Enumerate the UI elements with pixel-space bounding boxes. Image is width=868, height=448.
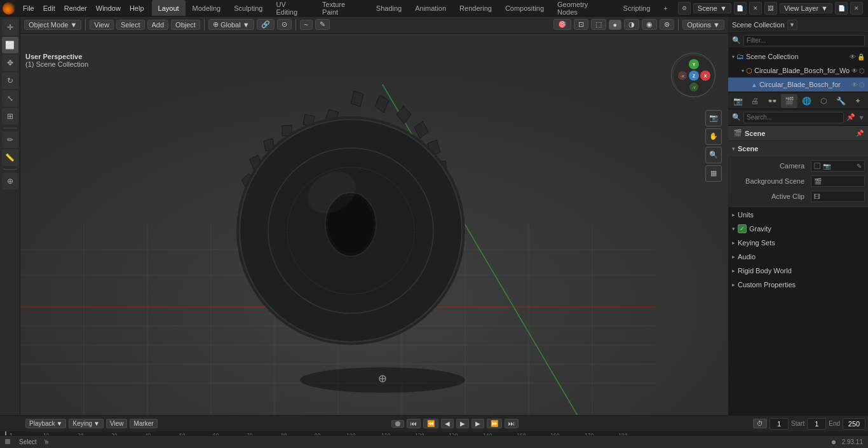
menu-file[interactable]: File [19, 3, 38, 13]
tab-texture-paint[interactable]: Texture Paint [316, 0, 369, 16]
blender-logo-icon[interactable] [3, 2, 15, 15]
add-menu-btn[interactable]: Add [147, 20, 169, 30]
menu-render[interactable]: Render [60, 3, 91, 13]
scale-tool-icon[interactable]: ⤡ [2, 90, 18, 107]
scene-tools-icon[interactable]: 📄 [734, 2, 747, 15]
options-btn[interactable]: Options ▼ [682, 20, 724, 30]
proportional-btn[interactable]: ⊙ [277, 19, 292, 30]
shading-rendered-btn[interactable]: ◉ [642, 19, 657, 30]
jump-end-btn[interactable]: ⏭ [505, 419, 519, 428]
camera-view-btn[interactable]: 📷 [705, 110, 722, 126]
menu-edit[interactable]: Edit [39, 3, 59, 13]
measure-icon[interactable]: 📏 [2, 149, 18, 166]
prev-keyframe-btn[interactable]: ⏪ [423, 419, 438, 428]
prop-tab-modifiers[interactable]: 🔧 [832, 94, 849, 108]
prop-filter-icon[interactable]: ▼ [858, 114, 865, 121]
view-layer-del-icon[interactable]: ✕ [850, 2, 863, 15]
shading-material-btn[interactable]: ◑ [624, 19, 639, 30]
camera-value[interactable]: 📷 ✎ [811, 160, 865, 172]
tab-shading[interactable]: Shading [370, 0, 408, 16]
select-box-icon[interactable]: ⬜ [2, 37, 18, 53]
eye-icon-0[interactable]: 👁 [850, 53, 856, 60]
fps-btn[interactable]: ⏱ [753, 419, 767, 428]
tab-modeling[interactable]: Modeling [186, 0, 227, 16]
scene-header-pin[interactable]: 📌 [856, 130, 864, 137]
marker-btn[interactable]: Marker [130, 419, 157, 428]
nav-gizmo-circle[interactable]: X -X Y -Y Z [671, 53, 715, 97]
scene-properties-header[interactable]: 🎬 Scene 📌 [728, 126, 868, 141]
prop-tab-render[interactable]: 📷 [729, 94, 746, 108]
xray-btn[interactable]: ⬚ [591, 19, 606, 30]
keying-menu-btn[interactable]: Keying ▼ [69, 419, 103, 428]
nav-gizmo[interactable]: X -X Y -Y Z [671, 53, 722, 104]
play-btn[interactable]: ▶ [456, 419, 469, 428]
prop-pin-icon[interactable]: 📌 [846, 113, 855, 121]
cursor-tool-icon[interactable]: ✛ [2, 19, 18, 36]
rotate-tool-icon[interactable]: ↻ [2, 72, 18, 89]
outliner-item-circular-blade[interactable]: ▾ ⬡ Circular_Blade_Bosch_for_Wo 👁 ⬡ [728, 64, 868, 78]
tab-geometry-nodes[interactable]: Geometry Nodes [551, 0, 616, 16]
prop-tab-output[interactable]: 🖨 [747, 94, 763, 108]
lock-icon-0[interactable]: 🔒 [857, 53, 865, 60]
rigid-body-row[interactable]: ▸ Rigid Body World [728, 264, 868, 278]
jump-start-btn[interactable]: ⏮ [407, 419, 421, 428]
snap-btn[interactable]: 🔗 [257, 19, 275, 30]
prop-tab-view[interactable]: 👓 [764, 94, 780, 108]
scene-section-header[interactable]: ▾ Scene [728, 141, 868, 156]
annotate-icon[interactable]: ✏ [2, 132, 18, 148]
tab-layout[interactable]: Layout [152, 0, 186, 16]
add-object-icon[interactable]: ⊕ [2, 173, 18, 189]
tab-scripting[interactable]: Scripting [617, 0, 657, 16]
prev-frame-btn[interactable]: ◀ [441, 419, 454, 428]
next-keyframe-btn[interactable]: ⏩ [487, 419, 502, 428]
scene-icon-btn[interactable]: ⚙ [678, 2, 691, 15]
statistics-btn[interactable]: ~ [300, 20, 313, 30]
gizmo-btn[interactable]: 🎯 [553, 19, 571, 30]
menu-window[interactable]: Window [92, 3, 125, 13]
view-layer-selector[interactable]: View Layer ▼ [780, 3, 832, 13]
eye-icon-2[interactable]: 👁 [851, 81, 858, 88]
end-frame-input[interactable] [843, 418, 865, 430]
eye-icon-1[interactable]: 👁 [851, 67, 858, 74]
start-frame-input[interactable] [807, 418, 826, 430]
tab-rendering[interactable]: Rendering [453, 0, 498, 16]
tab-sculpting[interactable]: Sculpting [227, 0, 269, 16]
keying-sets-row[interactable]: ▸ Keying Sets [728, 236, 868, 250]
tab-compositing[interactable]: Compositing [499, 0, 550, 16]
tab-add[interactable]: + [657, 0, 674, 16]
object-mode-btn[interactable]: Object Mode ▼ [24, 20, 81, 30]
outliner-item-scene-collection[interactable]: ▾ 🗂 Scene Collection 👁 🔒 [728, 50, 868, 64]
move-tool-icon[interactable]: ✥ [2, 55, 18, 71]
auto-key-btn[interactable] [391, 420, 404, 428]
object-menu-btn[interactable]: Object [171, 20, 200, 30]
scene-selector[interactable]: Scene ▼ [693, 3, 731, 13]
custom-props-row[interactable]: ▸ Custom Properties [728, 278, 868, 292]
mesh-action-1[interactable]: ⬡ [859, 67, 865, 74]
scene-del-icon[interactable]: ✕ [749, 2, 762, 15]
prop-tab-particles[interactable]: ✦ [850, 94, 866, 108]
prop-tab-object[interactable]: ⬡ [815, 94, 832, 108]
view-tl-btn[interactable]: View [106, 419, 128, 428]
ortho-view-btn[interactable]: ▦ [705, 165, 722, 182]
view-layer-icon[interactable]: 🖼 [764, 2, 777, 15]
menu-help[interactable]: Help [126, 3, 148, 13]
outliner-item-circular-blade-mesh[interactable]: ▲ Circular_Blade_Bosch_for 👁 ⬡ [728, 78, 868, 92]
mesh-action-2[interactable]: ⬡ [859, 81, 865, 88]
hand-pan-btn[interactable]: ✋ [705, 128, 722, 145]
active-clip-value[interactable]: 🎞 [811, 191, 865, 202]
outliner-search-input[interactable] [743, 35, 865, 46]
current-frame-input[interactable] [770, 418, 789, 430]
transform-tool-icon[interactable]: ⊞ [2, 108, 18, 125]
prop-tab-world[interactable]: 🌐 [798, 94, 815, 108]
annotate-tool-btn[interactable]: ✎ [315, 19, 330, 30]
prop-tab-scene[interactable]: 🎬 [781, 94, 797, 108]
tab-uv-editing[interactable]: UV Editing [269, 0, 315, 16]
prop-search-input[interactable] [743, 112, 844, 123]
outliner-filter-icon[interactable]: ▼ [787, 20, 797, 30]
gravity-checkbox[interactable]: ✓ [738, 224, 747, 233]
camera-pick-icon[interactable]: ✎ [857, 163, 862, 170]
timeline-track[interactable]: 1 10 20 30 40 50 60 70 80 90 100 110 120… [0, 431, 868, 435]
units-row[interactable]: ▸ Units [728, 208, 868, 222]
bg-scene-value[interactable]: 🎬 [811, 175, 865, 187]
next-frame-btn[interactable]: ▶ [471, 419, 484, 428]
